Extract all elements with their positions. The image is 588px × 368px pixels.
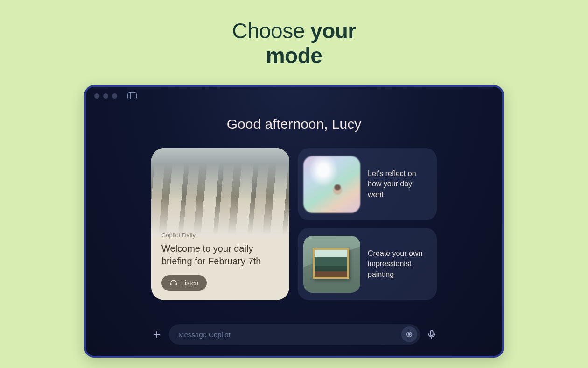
- daily-briefing-card[interactable]: Copilot Daily Welcome to your daily brie…: [151, 148, 289, 300]
- microphone-button[interactable]: [427, 329, 437, 340]
- target-icon: [406, 331, 413, 338]
- add-button[interactable]: [151, 329, 162, 340]
- svg-rect-4: [430, 331, 433, 336]
- daily-briefing-label: Copilot Daily: [161, 232, 279, 239]
- sidebar-toggle-icon[interactable]: [127, 92, 137, 99]
- window-titlebar: [86, 87, 502, 99]
- suggestion-thumb-painting: [303, 236, 360, 293]
- submit-button[interactable]: [401, 326, 417, 342]
- message-input[interactable]: [178, 331, 401, 339]
- daily-briefing-image: [151, 148, 289, 236]
- heading-bold-1: your: [310, 19, 356, 43]
- microphone-icon: [427, 329, 437, 340]
- suggestion-text: Let's reflect on how your day went: [368, 169, 431, 200]
- message-input-row: [151, 324, 437, 345]
- heading-bold-2: mode: [266, 43, 322, 68]
- suggestion-cards: Let's reflect on how your day went Creat…: [298, 148, 437, 300]
- svg-point-3: [408, 333, 410, 335]
- page-heading: Choose your mode: [0, 19, 588, 68]
- suggestion-card-painting[interactable]: Create your own impressionist painting: [298, 228, 437, 300]
- traffic-light-close[interactable]: [94, 93, 99, 99]
- listen-button-label: Listen: [181, 279, 198, 287]
- listen-button[interactable]: Listen: [161, 275, 207, 291]
- suggestion-card-reflect[interactable]: Let's reflect on how your day went: [298, 148, 437, 220]
- headphones-icon: [170, 279, 177, 287]
- daily-briefing-content: Copilot Daily Welcome to your daily brie…: [151, 232, 289, 300]
- heading-light: Choose: [232, 19, 310, 43]
- app-window: Good afternoon, Lucy Copilot Daily Welco…: [84, 85, 504, 358]
- message-input-container: [169, 324, 420, 345]
- daily-briefing-title: Welcome to your daily briefing for Febru…: [161, 242, 279, 268]
- traffic-light-minimize[interactable]: [103, 93, 108, 99]
- greeting-text: Good afternoon, Lucy: [86, 116, 502, 132]
- traffic-light-zoom[interactable]: [112, 93, 117, 99]
- cards-container: Copilot Daily Welcome to your daily brie…: [86, 148, 502, 300]
- suggestion-thumb-reflect: [303, 156, 360, 213]
- plus-icon: [152, 329, 162, 340]
- suggestion-text: Create your own impressionist painting: [368, 248, 431, 280]
